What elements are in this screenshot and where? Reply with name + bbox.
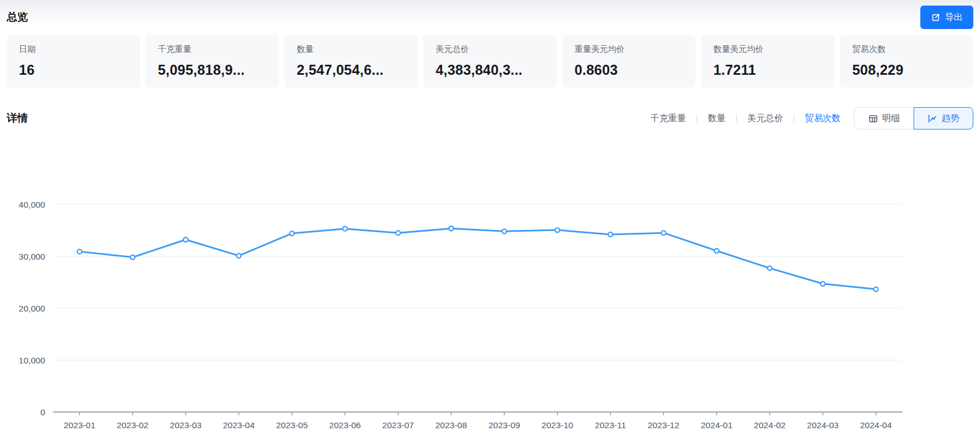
summary-cards-row: 日期 16 千克重量 5,095,818,9... 数量 2,547,054,6… [7,35,973,88]
card-value: 0.8603 [575,62,683,78]
metric-link-trade-count[interactable]: 贸易次数 [804,113,842,124]
card-label: 贸易次数 [852,44,961,55]
card-value: 16 [19,62,128,78]
card-date: 日期 16 [7,35,140,88]
card-trade-count: 贸易次数 508,229 [840,35,973,88]
metric-link-usd-total[interactable]: 美元总价 [746,113,784,124]
detail-view-button[interactable]: 明细 [854,107,914,130]
card-value: 5,095,818,9... [158,62,267,78]
card-value: 4,383,840,3... [436,62,544,78]
table-icon [868,114,878,123]
card-label: 数量 [297,44,405,55]
export-button-label: 导出 [945,12,963,23]
trend-view-label: 趋势 [942,113,959,124]
card-value: 2,547,054,6... [297,62,405,78]
details-header: 详情 千克重量 数量 美元总价 贸易次数 [7,107,973,130]
external-link-icon [931,13,940,22]
card-label: 数量美元均价 [713,44,822,55]
card-quantity: 数量 2,547,054,6... [284,35,418,88]
card-weight-avg-price: 重量美元均价 0.8603 [562,35,696,88]
page-title: 总览 [7,10,28,25]
view-toggle: 明细 趋势 [854,107,973,130]
trend-icon [928,114,937,123]
card-label: 日期 [19,44,128,55]
card-usd-total: 美元总价 4,383,840,3... [423,35,557,88]
overview-header: 总览 导出 [7,0,973,35]
card-kg-weight: 千克重量 5,095,818,9... [146,35,279,88]
separator [697,114,697,123]
card-qty-avg-price: 数量美元均价 1.7211 [701,35,834,88]
card-label: 重量美元均价 [575,44,683,55]
export-button[interactable]: 导出 [920,6,973,29]
detail-view-label: 明细 [882,113,900,124]
card-value: 1.7211 [713,62,822,78]
metric-selector: 千克重量 数量 美元总价 贸易次数 [649,113,842,124]
card-label: 美元总价 [436,44,544,55]
card-label: 千克重量 [158,44,267,55]
metric-link-kg-weight[interactable]: 千克重量 [649,113,687,124]
separator [736,114,737,123]
metric-link-quantity[interactable]: 数量 [707,113,727,124]
trend-view-button[interactable]: 趋势 [914,107,973,130]
details-title: 详情 [7,111,28,126]
card-value: 508,229 [852,62,961,78]
separator [794,114,794,123]
